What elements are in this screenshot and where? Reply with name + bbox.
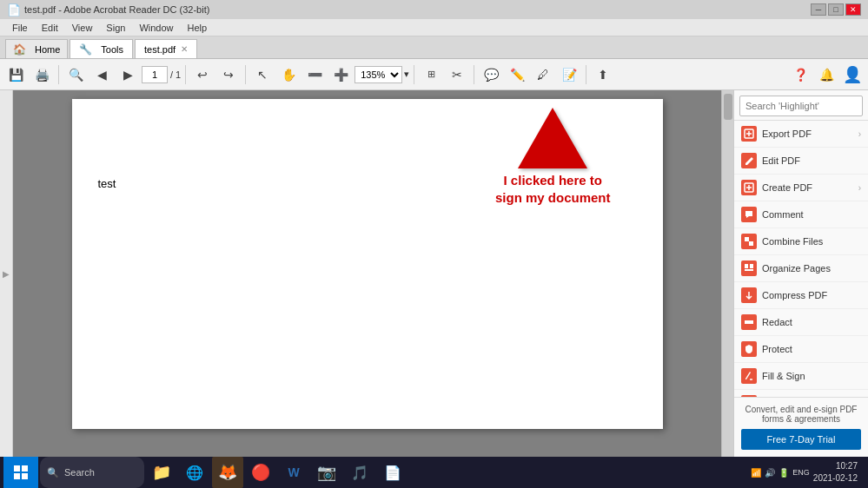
taskbar-chrome[interactable]: 🌐 <box>179 457 210 488</box>
zoom-select[interactable]: 135% 100% 150% 200% <box>354 66 402 83</box>
page-number-input[interactable] <box>142 66 168 83</box>
rotate-cw-button[interactable]: ↪ <box>216 63 241 87</box>
rotate-ccw-button[interactable]: ↩ <box>190 63 215 87</box>
taskbar-word[interactable]: W <box>278 457 309 488</box>
minimize-button[interactable]: ─ <box>811 3 826 16</box>
panel-item-protect[interactable]: Protect <box>734 336 868 363</box>
combine-files-icon <box>741 234 757 249</box>
menu-help[interactable]: Help <box>181 19 215 36</box>
compress-pdf-icon <box>741 287 757 303</box>
title-bar-left: 📄 test.pdf - Adobe Acrobat Reader DC (32… <box>7 3 209 16</box>
panel-item-send-comment[interactable]: Send for Comme... <box>734 390 868 397</box>
tab-file-label: test.pdf <box>144 44 176 55</box>
fill-sign-button[interactable]: 📝 <box>557 63 581 87</box>
menu-view[interactable]: View <box>65 19 100 36</box>
toolbar-sep-1 <box>58 65 59 84</box>
taskbar-search[interactable]: 🔍 Search <box>40 457 144 488</box>
fill-sign-label: Fill & Sign <box>762 371 805 381</box>
page-navigation: / 1 <box>142 66 181 83</box>
pdf-canvas: test I clicked here tosign my document <box>13 90 721 457</box>
account-button[interactable]: 👤 <box>840 63 865 87</box>
right-panel-search-area <box>734 90 868 121</box>
marquee-zoom-button[interactable]: ⊞ <box>419 63 443 87</box>
toolbar-main: 💾 🖨️ 🔍 ◀ ▶ / 1 ↩ ↪ ↖ ✋ ➖ ➕ 135% 100% 150… <box>0 59 868 90</box>
taskbar-app1[interactable]: 🔴 <box>245 457 276 488</box>
taskbar-camera[interactable]: 📷 <box>311 457 342 488</box>
pan-button[interactable]: ✂ <box>445 63 469 87</box>
annotation-text: I clicked here tosign my document <box>495 172 611 206</box>
trial-button[interactable]: Free 7-Day Trial <box>741 429 861 450</box>
zoom-out-button[interactable]: 🔍 <box>63 63 88 87</box>
svg-rect-3 <box>749 241 753 246</box>
panel-item-export-pdf[interactable]: Export PDF › <box>734 121 868 148</box>
left-expand-handle[interactable]: ▶ <box>0 90 13 457</box>
right-panel-bottom-text: Convert, edit and e-sign PDF forms & agr… <box>745 405 858 424</box>
zoom-dropdown-icon: ▾ <box>404 69 409 80</box>
tab-close-button[interactable]: ✕ <box>181 44 188 54</box>
close-button[interactable]: ✕ <box>845 3 861 16</box>
tab-file[interactable]: test.pdf ✕ <box>135 39 197 58</box>
panel-item-fill-sign[interactable]: Fill & Sign <box>734 363 868 390</box>
tab-tools[interactable]: 🔧 Tools <box>70 39 133 58</box>
page-total: 1 <box>176 69 181 80</box>
pdf-content-text: test <box>98 177 116 190</box>
svg-rect-4 <box>745 264 748 268</box>
next-page-button[interactable]: ▶ <box>116 63 140 87</box>
menu-edit[interactable]: Edit <box>35 19 65 36</box>
compress-pdf-label: Compress PDF <box>762 290 827 300</box>
title-bar: 📄 test.pdf - Adobe Acrobat Reader DC (32… <box>0 0 868 19</box>
scroll-thumb[interactable] <box>724 94 732 120</box>
panel-item-redact[interactable]: Redact <box>734 309 868 336</box>
create-pdf-icon <box>741 180 757 195</box>
prev-page-button[interactable]: ◀ <box>89 63 114 87</box>
protect-label: Protect <box>762 344 792 354</box>
pdf-scrollbar[interactable] <box>721 90 733 457</box>
panel-item-organize[interactable]: Organize Pages <box>734 255 868 282</box>
zoom-control: 135% 100% 150% 200% ▾ <box>354 66 409 83</box>
start-button[interactable] <box>3 457 38 488</box>
menu-window[interactable]: Window <box>132 19 180 36</box>
zoom-add-button[interactable]: ➕ <box>328 63 353 87</box>
title-bar-controls[interactable]: ─ □ ✕ <box>811 3 861 16</box>
edit-pdf-icon <box>741 153 757 168</box>
notification-button[interactable]: 🔔 <box>814 63 838 87</box>
print-button[interactable]: 🖨️ <box>30 63 54 87</box>
save-button[interactable]: 💾 <box>3 63 28 87</box>
menu-sign[interactable]: Sign <box>99 19 132 36</box>
taskbar-spotify[interactable]: 🎵 <box>344 457 375 488</box>
tab-tools-label: Tools <box>101 44 123 55</box>
toolbar-sep-3 <box>245 65 246 84</box>
taskbar-search-text: Search <box>64 467 95 478</box>
panel-item-edit-pdf[interactable]: Edit PDF <box>734 148 868 175</box>
pen-tool-button[interactable]: ✏️ <box>505 63 529 87</box>
panel-item-comment[interactable]: Comment <box>734 201 868 228</box>
taskbar-firefox[interactable]: 🦊 <box>212 457 243 488</box>
export-pdf-icon <box>741 126 757 142</box>
comment-button[interactable]: 💬 <box>479 63 503 87</box>
create-pdf-arrow: › <box>858 183 861 193</box>
svg-rect-11 <box>22 473 28 479</box>
tab-home[interactable]: 🏠 Home <box>5 39 68 58</box>
select-tool-button[interactable]: ↖ <box>250 63 275 87</box>
taskbar-search-icon: 🔍 <box>47 467 59 478</box>
help-button[interactable]: ❓ <box>788 63 812 87</box>
zoom-subtract-button[interactable]: ➖ <box>302 63 327 87</box>
taskbar-acrobat[interactable]: 📄 <box>377 457 408 488</box>
share-button[interactable]: ⬆ <box>591 63 615 87</box>
highlighter-button[interactable]: 🖊 <box>531 63 555 87</box>
maximize-button[interactable]: □ <box>828 3 844 16</box>
taskbar-file-explorer[interactable]: 📁 <box>146 457 177 488</box>
taskbar: 🔍 Search 📁 🌐 🦊 🔴 W 📷 🎵 📄 📶 🔊 🔋 ENG 10:27… <box>0 457 868 488</box>
annotation-arrow <box>518 108 587 168</box>
taskbar-date: 2021-02-12 <box>813 472 858 485</box>
panel-item-combine[interactable]: Combine Files <box>734 228 868 255</box>
home-icon: 🏠 <box>13 43 26 56</box>
panel-item-create-pdf[interactable]: Create PDF › <box>734 175 868 201</box>
expand-icon: ▶ <box>3 269 10 279</box>
menu-file[interactable]: File <box>5 19 35 36</box>
search-input[interactable] <box>739 96 863 116</box>
annotation-area: I clicked here tosign my document <box>495 108 611 206</box>
hand-tool-button[interactable]: ✋ <box>276 63 301 87</box>
panel-item-compress[interactable]: Compress PDF <box>734 282 868 309</box>
toolbar-sep-2 <box>185 65 186 84</box>
